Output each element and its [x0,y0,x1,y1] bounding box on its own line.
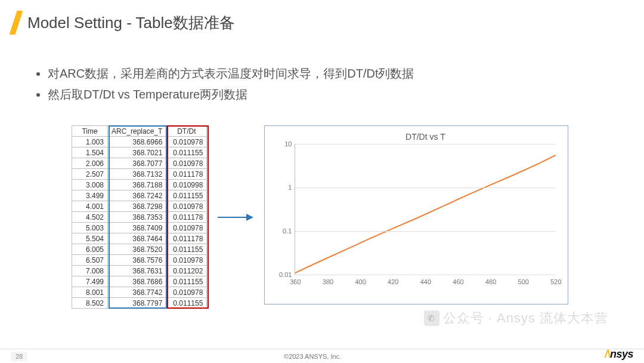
table-cell: 0.011155 [166,276,207,287]
x-tick-label: 480 [485,278,496,285]
table-cell: 0.010978 [166,137,207,147]
slide: { "title": "Model Setting - Table数据准备", … [0,0,644,363]
slide-title-bar: Model Setting - Table数据准备 [13,11,235,35]
bullet-list: 对ARC数据，采用差商的方式表示温度对时间求导，得到DT/Dt列数据 然后取DT… [37,66,414,107]
table-cell: 0.011202 [166,266,207,276]
table-cell: 0.011155 [166,147,207,158]
table-cell: 368.7520 [108,244,166,255]
gridline [295,144,556,144]
table-cell: 2.507 [72,169,108,180]
table-cell: 368.7409 [108,223,166,233]
table-cell: 7.008 [72,266,108,276]
table-cell: 5.504 [72,233,108,244]
table-row: 2.507368.71320.011178 [72,169,207,180]
table-cell: 1.504 [72,147,108,158]
table-row: 1.003368.69660.010978 [72,137,207,147]
y-tick-label: 0.01 [274,271,292,278]
table-row: 3.008368.71880.010998 [72,180,207,190]
table-row: 2.006368.70770.010978 [72,158,207,169]
table-cell: 0.010978 [166,223,207,233]
table-cell: 0.011178 [166,212,207,223]
gridline [295,187,556,188]
table-cell: 0.010978 [166,255,207,266]
x-tick-label: 500 [518,278,529,285]
table-cell: 368.7188 [108,180,166,190]
svg-marker-1 [246,214,253,221]
table-row: 3.499368.72420.011155 [72,190,207,201]
col-header-time: Time [72,126,108,137]
table-cell: 368.7686 [108,276,166,287]
footer: 28 ©2023 ANSYS, Inc. [0,349,644,363]
x-tick-label: 360 [290,278,301,285]
x-tick-label: 400 [355,278,366,285]
title-accent [10,11,23,35]
table-row: 6.005368.75200.011155 [72,244,207,255]
table-row: 5.003368.74090.010978 [72,223,207,233]
table-cell: 8.001 [72,287,108,298]
y-tick-label: 10 [274,140,292,147]
col-header-dt: DT/Dt [166,126,207,137]
table-cell: 4.502 [72,212,108,223]
table-cell: 368.7464 [108,233,166,244]
bullet-item: 然后取DT/Dt vs Temperature两列数据 [48,87,414,103]
table-cell: 1.003 [72,137,108,147]
table-cell: 0.011178 [166,169,207,180]
table-cell: 368.7797 [108,298,166,309]
x-tick-label: 460 [453,278,463,285]
watermark: ✆ 公众号 · Ansys 流体大本营 [424,309,608,327]
table-cell: 3.499 [72,190,108,201]
x-tick-label: 520 [550,278,561,285]
table-cell: 368.7021 [108,147,166,158]
table-cell: 4.001 [72,201,108,212]
chart-title: DT/Dt vs T [295,132,556,141]
table-cell: 0.011155 [166,298,207,309]
table-cell: 368.7077 [108,158,166,169]
x-tick-label: 420 [388,278,398,285]
table-cell: 368.6966 [108,137,166,147]
watermark-text: 公众号 · Ansys 流体大本营 [443,309,608,327]
table-cell: 0.010998 [166,180,207,190]
table-cell: 7.499 [72,276,108,287]
table-row: 7.008368.76310.011202 [72,266,207,276]
table-cell: 8.502 [72,298,108,309]
bullet-item: 对ARC数据，采用差商的方式表示温度对时间求导，得到DT/Dt列数据 [48,66,414,82]
table-cell: 0.011155 [166,244,207,255]
y-tick-label: 0.1 [274,227,292,235]
table-cell: 0.010978 [166,201,207,212]
chart-line [295,144,556,275]
y-tick-label: 1 [274,184,292,191]
x-tick-label: 440 [420,278,431,285]
table-row: 8.001368.77420.010978 [72,287,207,298]
table-cell: 2.006 [72,158,108,169]
table-cell: 368.7742 [108,287,166,298]
arrow-right-icon [218,211,253,223]
table-cell: 368.7242 [108,190,166,201]
arrow-right [218,125,253,309]
gridline [295,231,556,232]
copyright: ©2023 ANSYS, Inc. [284,353,341,360]
table-cell: 0.011155 [166,190,207,201]
content-row: Time ARC_replace_T DT/Dt 1.003368.69660.… [72,125,568,309]
table-cell: 0.010978 [166,287,207,298]
slide-number: 28 [11,352,27,361]
table-cell: 5.003 [72,223,108,233]
table-row: 4.502368.73530.011178 [72,212,207,223]
table-row: 1.504368.70210.011155 [72,147,207,158]
wechat-icon: ✆ [424,310,439,326]
table-cell: 0.010978 [166,158,207,169]
slide-title: Model Setting - Table数据准备 [27,13,235,33]
table-header-row: Time ARC_replace_T DT/Dt [72,126,207,137]
table-cell: 368.7631 [108,266,166,276]
table-row: 5.504368.74640.011178 [72,233,207,244]
table-row: 6.507368.75760.010978 [72,255,207,266]
table-cell: 6.507 [72,255,108,266]
table-cell: 368.7132 [108,169,166,180]
data-table: Time ARC_replace_T DT/Dt 1.003368.69660.… [72,125,207,309]
table-cell: 3.008 [72,180,108,190]
ansys-logo: /\nsys [605,348,633,361]
gridline [295,275,556,275]
table-cell: 0.011178 [166,233,207,244]
chart-area: 0.010.1110360380400420440460480500520 [295,144,556,275]
table-row: 8.502368.77970.011155 [72,298,207,309]
table-row: 7.499368.76860.011155 [72,276,207,287]
